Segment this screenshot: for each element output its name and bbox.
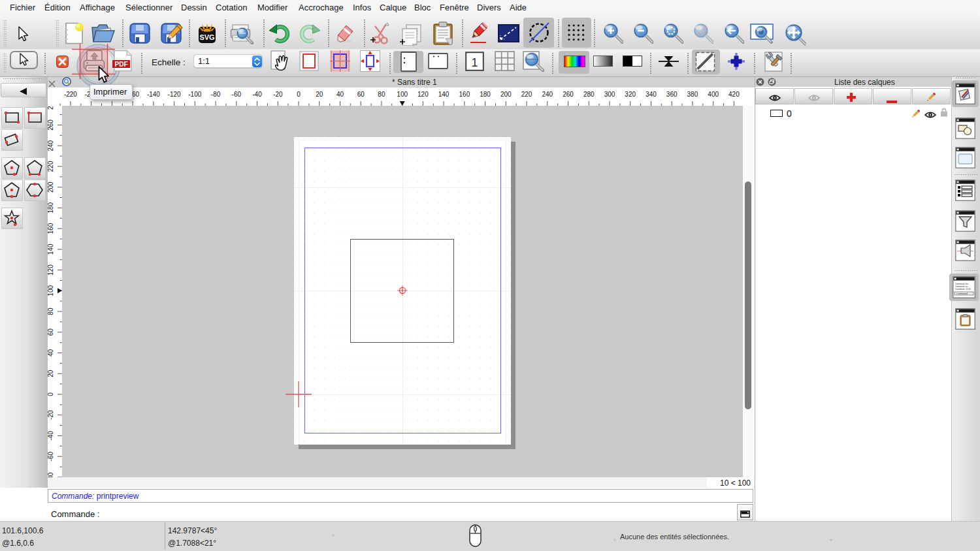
svg-text:20: 20 (316, 91, 323, 98)
svg-text:160: 160 (48, 223, 54, 234)
svg-text:-20: -20 (273, 91, 283, 98)
svg-text:400: 400 (708, 91, 719, 98)
svg-text:0: 0 (48, 392, 54, 396)
svg-text:280: 280 (583, 91, 595, 98)
svg-text:380: 380 (687, 91, 698, 98)
svg-text:-120: -120 (168, 91, 181, 98)
svg-text:100: 100 (48, 285, 54, 296)
svg-text:-80: -80 (211, 91, 221, 98)
svg-text:0: 0 (297, 91, 301, 98)
svg-text:260: 260 (563, 91, 574, 98)
svg-text:60: 60 (357, 91, 365, 98)
svg-text:-140: -140 (147, 91, 160, 98)
svg-text:220: 220 (521, 91, 532, 98)
svg-text:200: 200 (48, 181, 54, 193)
svg-text:-20: -20 (48, 410, 54, 420)
svg-text:40: 40 (48, 349, 54, 357)
svg-text:140: 140 (438, 91, 449, 98)
svg-text:420: 420 (728, 91, 740, 98)
svg-text:180: 180 (48, 202, 54, 213)
svg-text:240: 240 (48, 140, 54, 151)
svg-text:360: 360 (666, 91, 678, 98)
svg-text:-60: -60 (232, 91, 242, 98)
svg-text:120: 120 (48, 264, 54, 276)
svg-text:240: 240 (542, 91, 553, 98)
svg-text:40: 40 (336, 91, 344, 98)
svg-text:140: 140 (48, 244, 54, 255)
svg-text:SVG: SVG (199, 33, 214, 41)
svg-text:260: 260 (48, 119, 54, 131)
svg-text:-40: -40 (48, 431, 54, 441)
svg-text:20: 20 (48, 370, 54, 377)
svg-text:-100: -100 (188, 91, 201, 98)
svg-text:-80: -80 (48, 472, 54, 477)
svg-text:180: 180 (480, 91, 491, 98)
svg-text:> command: > command (956, 292, 968, 295)
svg-text:320: 320 (625, 91, 636, 98)
svg-text:120: 120 (417, 91, 429, 98)
svg-text:80: 80 (378, 91, 385, 98)
svg-text:-40: -40 (252, 91, 262, 98)
svg-text:100: 100 (397, 91, 408, 98)
svg-text:-60: -60 (48, 452, 54, 462)
svg-text:60: 60 (48, 328, 54, 336)
svg-text:220: 220 (48, 161, 54, 172)
svg-text:PDF: PDF (115, 61, 128, 68)
svg-text:80: 80 (48, 307, 54, 315)
svg-text:280: 280 (48, 106, 54, 110)
svg-text:160: 160 (459, 91, 470, 98)
svg-text:300: 300 (604, 91, 615, 98)
svg-text:340: 340 (645, 91, 657, 98)
svg-text:Coordinate: 10,45: Coordinate: 10,45 (955, 288, 971, 291)
svg-text:1: 1 (471, 56, 478, 69)
svg-text:200: 200 (500, 91, 512, 98)
